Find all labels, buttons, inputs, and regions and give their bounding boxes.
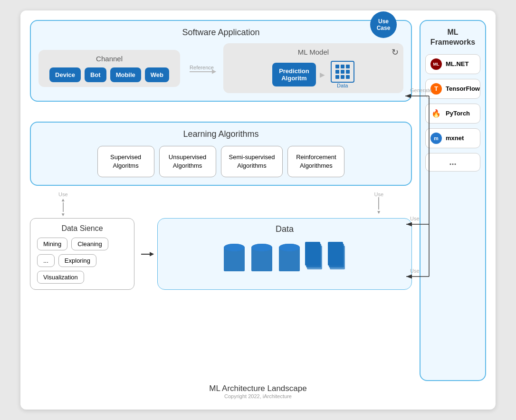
data-science-box: Data Sience Mining Cleaning ... Explorin… <box>30 218 134 290</box>
learning-title: Learning Algorithms <box>38 129 403 139</box>
tensorflow-label: TensorFlow <box>446 85 480 92</box>
more-label: ... <box>430 157 475 167</box>
mxnet-label: mxnet <box>446 134 464 142</box>
stack-2 <box>328 242 347 275</box>
use-arrow-center: Use ▼ <box>374 191 383 215</box>
ds-cleaning: Cleaning <box>71 238 108 250</box>
algo-reinforcement: ReinforcementAlgorithmes <box>287 146 344 177</box>
reference-label: Reference <box>190 65 214 70</box>
refresh-icon: ↻ <box>392 47 399 57</box>
channel-bot: Bot <box>85 67 106 82</box>
bottom-row: Data Sience Mining Cleaning ... Explorin… <box>30 218 412 290</box>
data-label: Data <box>337 83 348 88</box>
spacer-1 <box>30 107 412 116</box>
framework-mlnet: ML ML.NET <box>425 54 480 74</box>
ml-model-box: ML Model ↻ PredictionAlgoritm ▶ <box>223 43 403 93</box>
software-application-box: UseCase Software Application Channel Dev… <box>30 20 412 102</box>
use-label-center: Use <box>374 191 383 197</box>
learning-box: Learning Algorithms SupervisedAlgoritms … <box>30 122 412 186</box>
svg-point-8 <box>279 244 300 251</box>
ds-to-data-arrow: ▶ <box>141 218 151 290</box>
caption-title: ML Architecture Landscape <box>30 384 486 393</box>
use-case-badge: UseCase <box>370 11 397 38</box>
data-science-title: Data Sience <box>37 224 127 233</box>
diagram-area: UseCase Software Application Channel Dev… <box>30 20 486 381</box>
mlnet-icon: ML <box>430 58 442 70</box>
data-store-box: Data <box>157 218 412 290</box>
use-arrows-area: Use ▲ ▼ Use ▼ <box>30 191 412 212</box>
cylinder-2 <box>250 242 274 275</box>
svg-point-5 <box>251 244 272 251</box>
use-label-left: Use <box>58 191 68 197</box>
framework-pytorch: 🔥 PyTorch <box>425 104 480 124</box>
mlnet-label: ML.NET <box>446 60 468 67</box>
algo-unsupervised: UnsupervisedAlgorithms <box>159 146 216 177</box>
use-arrow-left: Use ▲ ▼ <box>58 191 68 217</box>
framework-mxnet: m mxnet <box>425 128 480 148</box>
pytorch-icon: 🔥 <box>430 108 442 119</box>
algo-supervised: SupervisedAlgoritms <box>97 146 154 177</box>
main-card: UseCase Software Application Channel Dev… <box>20 10 496 410</box>
tensorflow-icon: T <box>430 83 442 95</box>
svg-rect-11 <box>305 242 320 266</box>
channel-box: Channel Device Bot Mobile Web <box>38 50 180 87</box>
stack-1 <box>305 242 324 275</box>
ds-visualization: Visualization <box>37 271 84 284</box>
ds-dots: ... <box>37 254 55 267</box>
software-app-title: Software Application <box>38 28 403 38</box>
mxnet-icon: m <box>430 133 442 144</box>
algo-items: SupervisedAlgoritms UnsupervisedAlgorith… <box>38 146 403 177</box>
ml-model-inner: PredictionAlgoritm ▶ <box>230 61 397 88</box>
data-matrix <box>331 61 354 83</box>
software-app-inner: Channel Device Bot Mobile Web Reference <box>38 43 403 93</box>
caption-area: ML Architecture Landscape Copyright 2022… <box>30 384 486 399</box>
ds-items: Mining Cleaning ... Exploring Visualizat… <box>37 238 127 284</box>
ds-exploring: Exploring <box>58 254 96 267</box>
channel-title: Channel <box>45 55 173 63</box>
frameworks-title: MLFrameworks <box>425 28 480 48</box>
channel-items: Device Bot Mobile Web <box>45 67 173 82</box>
svg-rect-14 <box>328 242 343 266</box>
frameworks-panel: MLFrameworks ML ML.NET T TensorFlow 🔥 Py… <box>420 20 486 381</box>
svg-point-2 <box>224 244 245 251</box>
caption-copy: Copyright 2022, iArchitecture <box>30 393 486 399</box>
framework-tensorflow: T TensorFlow <box>425 79 480 99</box>
prediction-btn: PredictionAlgoritm <box>272 63 316 86</box>
cylinder-1 <box>222 242 246 275</box>
channel-device: Device <box>49 67 81 82</box>
ds-mining: Mining <box>37 238 67 250</box>
ml-model-title: ML Model <box>230 48 397 56</box>
left-main: UseCase Software Application Channel Dev… <box>30 20 412 381</box>
reference-arrow: Reference ▶ <box>190 65 214 72</box>
cylinders-row <box>164 239 405 278</box>
cylinder-3 <box>277 242 301 275</box>
data-title: Data <box>164 224 405 234</box>
algo-semisupervised: Semi-supervisedAlgorithms <box>221 146 283 177</box>
framework-more: ... <box>425 153 480 172</box>
pytorch-label: PyTorch <box>446 110 470 117</box>
channel-web: Web <box>145 67 169 82</box>
channel-mobile: Mobile <box>110 67 141 82</box>
